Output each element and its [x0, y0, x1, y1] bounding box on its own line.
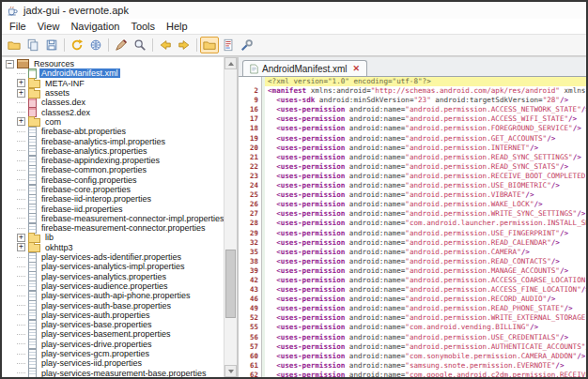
quark-icon[interactable]: [112, 37, 131, 53]
deobfuscation-icon[interactable]: [86, 37, 105, 53]
menu-view[interactable]: View: [32, 21, 66, 32]
tree-item[interactable]: play-services-base.properties: [4, 320, 224, 329]
window-title: jadx-gui - evernote.apk: [23, 5, 129, 16]
tree-item-label: classes2.dex: [39, 108, 92, 117]
tree-item[interactable]: firebase-analytics-impl.properties: [4, 136, 224, 145]
file-tree[interactable]: −ResourcesAndroidManifest.xml+META-INF+a…: [4, 59, 224, 377]
nav-forward-icon[interactable]: [175, 37, 193, 53]
tree-connector: [17, 170, 25, 171]
tree-item-label: play-services-ads-identifier.properties: [39, 252, 183, 262]
tab-androidmanifest[interactable]: AndroidManifest.xml ✕: [242, 60, 367, 76]
tree-item[interactable]: play-services-drive.properties: [4, 340, 224, 349]
tree-item[interactable]: play-services-audience.properties: [4, 281, 224, 291]
expand-toggle[interactable]: −: [6, 60, 14, 68]
tree-item[interactable]: firebase-iid-interop.properties: [4, 194, 224, 204]
line-number: 18: [239, 124, 262, 133]
tree-item[interactable]: +assets: [4, 88, 224, 98]
code-text: <uses-permission android:name="android.p…: [265, 144, 586, 153]
line-number: 24: [239, 181, 262, 190]
line-number: 56: [239, 333, 262, 342]
expand-toggle[interactable]: +: [17, 117, 25, 126]
tree-item[interactable]: +com: [4, 117, 224, 127]
tree-item[interactable]: play-services-measurement-base.propertie…: [4, 369, 224, 378]
tree-item[interactable]: firebase-measurement-connector.propertie…: [4, 223, 224, 233]
tree-item[interactable]: play-services-auth.properties: [4, 311, 224, 320]
code-area[interactable]: <?xml version="1.0" encoding="utf-8"?>2<…: [239, 77, 586, 377]
expand-toggle[interactable]: +: [17, 89, 25, 98]
tree-item[interactable]: firebase-appindexing.properties: [4, 156, 224, 165]
tree-item-label: okhttp3: [43, 243, 75, 252]
tree-item[interactable]: play-services-iid.properties: [4, 358, 224, 368]
triangle-up-icon: [228, 62, 234, 66]
code-text: <uses-permission android:name="android.p…: [265, 114, 586, 124]
text-search-icon[interactable]: [131, 37, 149, 53]
open-file-icon[interactable]: [5, 37, 23, 53]
line-number: 16: [239, 105, 262, 114]
tree-item-label: classes.dex: [39, 98, 87, 107]
reload-icon[interactable]: [68, 37, 86, 53]
tree-connector: [17, 150, 25, 151]
code-line: 35 <uses-permission android:name="androi…: [239, 248, 586, 257]
tree-item[interactable]: play-services-auth-base.properties: [4, 300, 224, 310]
tree-item[interactable]: classes.dex: [4, 98, 224, 107]
scroll-down-button[interactable]: [224, 365, 237, 377]
code-line: 42 <uses-permission android:name="androi…: [239, 276, 586, 285]
tree-item-label: META-INF: [43, 79, 86, 88]
flat-packages-icon[interactable]: [219, 37, 238, 53]
tree-item-label: com: [43, 117, 63, 127]
expand-toggle[interactable]: +: [17, 234, 25, 242]
menu-file[interactable]: File: [4, 21, 32, 32]
tree-item[interactable]: −Resources: [4, 59, 224, 68]
menu-help[interactable]: Help: [161, 21, 193, 32]
tree-item[interactable]: play-services-basement.properties: [4, 329, 224, 339]
preferences-icon[interactable]: [238, 37, 256, 53]
scroll-up-button[interactable]: [224, 57, 237, 69]
code-text: <uses-permission android:name="android.p…: [265, 266, 586, 276]
code-text: <manifest xmlns:android="http://schemas.…: [265, 86, 586, 96]
tree-item[interactable]: firebase-abt.properties: [4, 127, 224, 136]
expand-toggle[interactable]: +: [17, 79, 25, 87]
nav-back-icon[interactable]: [156, 37, 175, 53]
line-number: 22: [239, 162, 262, 172]
tree-item[interactable]: AndroidManifest.xml: [4, 68, 224, 78]
tree-item[interactable]: play-services-gcm.properties: [4, 349, 224, 358]
tree-item[interactable]: firebase-measurement-connector-impl.prop…: [4, 214, 224, 223]
code-line: 26 <uses-permission android:name="androi…: [239, 200, 586, 209]
menu-tools[interactable]: Tools: [125, 21, 161, 32]
tree-item-label: AndroidManifest.xml: [39, 68, 120, 78]
tree-item[interactable]: play-services-auth-api-phone.properties: [4, 291, 224, 300]
tree-item[interactable]: play-services-analytics.properties: [4, 272, 224, 281]
line-number: 49: [239, 304, 262, 313]
tab-close-icon[interactable]: ✕: [353, 64, 361, 73]
sync-with-editor-icon[interactable]: [200, 37, 219, 53]
line-number: 62: [239, 371, 262, 377]
tree-item[interactable]: +lib: [4, 233, 224, 242]
menu-navigation[interactable]: Navigation: [65, 21, 125, 32]
tree-item-label: Resources: [32, 59, 76, 68]
line-number: 21: [239, 153, 262, 162]
code-text: <uses-permission android:name="android.p…: [265, 276, 586, 285]
save-all-icon[interactable]: [42, 37, 61, 53]
tree-item-label: play-services-measurement-base.propertie…: [39, 369, 209, 377]
code-line: 38 <uses-permission android:name="androi…: [239, 257, 586, 266]
tree-item[interactable]: classes2.dex: [4, 107, 224, 116]
tree-item[interactable]: firebase-analytics.properties: [4, 146, 224, 156]
code-text: <uses-permission android:name="android.p…: [265, 257, 586, 266]
tree-item[interactable]: play-services-ads-identifier.properties: [4, 252, 224, 262]
add-files-icon[interactable]: [23, 37, 42, 53]
tree-item[interactable]: firebase-config.properties: [4, 175, 224, 185]
tree-item-label: play-services-drive.properties: [39, 340, 154, 349]
tree-item[interactable]: firebase-core.properties: [4, 185, 224, 194]
scrollbar-thumb[interactable]: [225, 250, 236, 319]
tree-item[interactable]: +okhttp3: [4, 243, 224, 252]
tree-item[interactable]: firebase-common.properties: [4, 165, 224, 174]
code-line: 39 <uses-permission android:name="androi…: [239, 266, 586, 276]
tree-connector: [17, 199, 25, 200]
code-line: 19 <uses-permission android:name="androi…: [239, 134, 586, 144]
tree-item[interactable]: +META-INF: [4, 79, 224, 88]
tree-scrollbar[interactable]: [224, 57, 237, 377]
tree-item-label: firebase-measurement-connector-impl.prop…: [39, 214, 224, 223]
tree-item[interactable]: firebase-iid.properties: [4, 204, 224, 213]
expand-toggle[interactable]: +: [17, 243, 25, 251]
tree-item[interactable]: play-services-analytics-impl.properties: [4, 262, 224, 271]
